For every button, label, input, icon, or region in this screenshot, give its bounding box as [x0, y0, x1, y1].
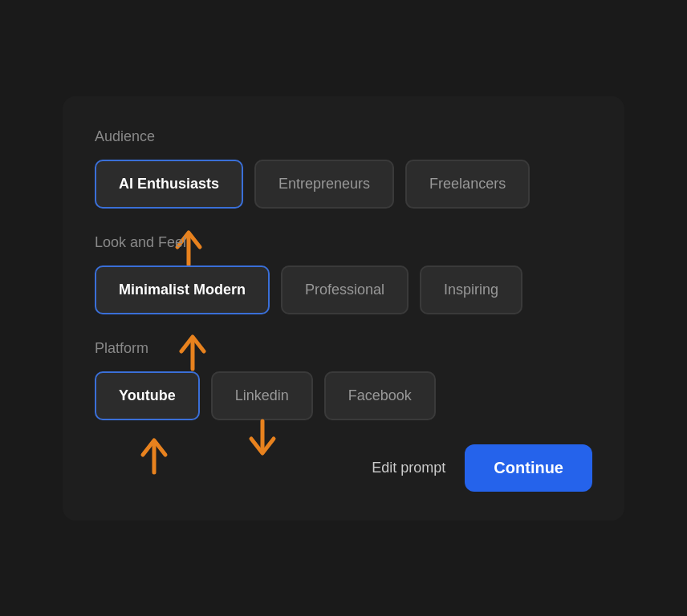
- main-container: Audience AI Enthusiasts Entrepreneurs Fr…: [63, 96, 624, 521]
- audience-label: Audience: [95, 128, 592, 145]
- platform-label: Platform: [95, 340, 592, 357]
- look-and-feel-label: Look and Feel: [95, 234, 592, 251]
- continue-button[interactable]: Continue: [465, 444, 592, 492]
- platform-options-row: Youtube Linkedin Facebook: [95, 371, 592, 420]
- arrow-down-continue: [245, 418, 280, 464]
- platform-section: Platform Youtube Linkedin Facebook: [95, 340, 592, 420]
- audience-options-row: AI Enthusiasts Entrepreneurs Freelancers: [95, 160, 592, 209]
- look-and-feel-section: Look and Feel Minimalist Modern Professi…: [95, 234, 592, 314]
- audience-option-ai-enthusiasts[interactable]: AI Enthusiasts: [95, 160, 243, 209]
- arrow-up-platform: [136, 432, 172, 479]
- look-option-inspiring[interactable]: Inspiring: [420, 265, 522, 314]
- platform-option-facebook[interactable]: Facebook: [324, 371, 436, 420]
- platform-option-youtube[interactable]: Youtube: [95, 371, 200, 420]
- look-option-minimalist-modern[interactable]: Minimalist Modern: [95, 265, 270, 314]
- look-option-professional[interactable]: Professional: [281, 265, 409, 314]
- edit-prompt-label: Edit prompt: [372, 460, 445, 476]
- audience-option-entrepreneurs[interactable]: Entrepreneurs: [254, 160, 394, 209]
- audience-option-freelancers[interactable]: Freelancers: [405, 160, 530, 209]
- look-and-feel-options-row: Minimalist Modern Professional Inspiring: [95, 265, 592, 314]
- audience-section: Audience AI Enthusiasts Entrepreneurs Fr…: [95, 128, 592, 209]
- platform-option-linkedin[interactable]: Linkedin: [211, 371, 313, 420]
